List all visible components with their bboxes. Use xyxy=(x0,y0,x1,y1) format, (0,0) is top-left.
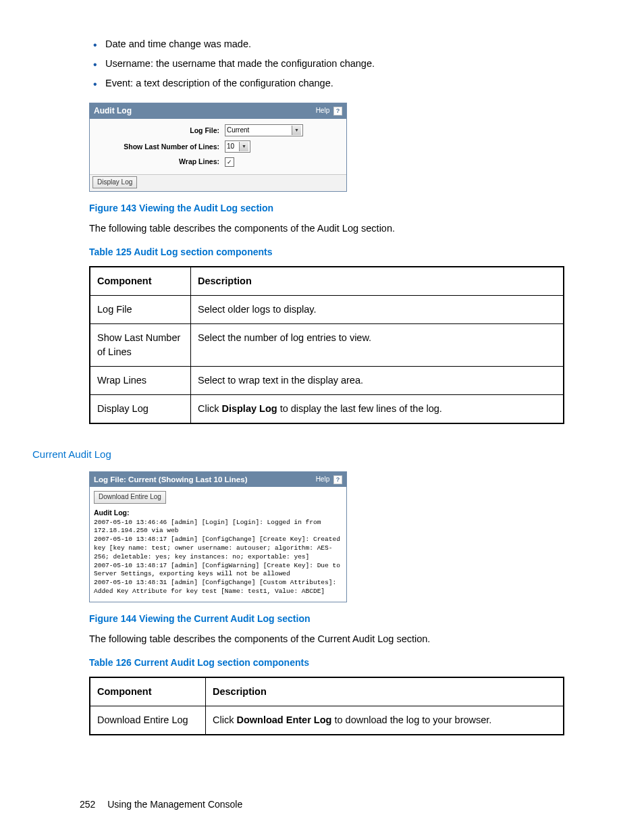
table-caption-126: Table 126 Current Audit Log section comp… xyxy=(89,656,564,669)
select-lines[interactable]: 10 ▼ xyxy=(225,140,250,153)
td-component: Show Last Number of Lines xyxy=(90,323,191,366)
log-label: Audit Log: xyxy=(94,509,129,517)
th-description: Description xyxy=(206,677,564,706)
td-description: Select older logs to display. xyxy=(191,295,564,323)
chapter-title: Using the Management Console xyxy=(107,799,242,810)
td-component: Display Log xyxy=(90,394,191,423)
table-row: Wrap Lines Select to wrap text in the di… xyxy=(90,366,564,394)
help-icon: ? xyxy=(333,107,342,115)
check-mark: ✓ xyxy=(227,158,232,167)
figure-caption-143: Figure 143 Viewing the Audit Log section xyxy=(89,201,564,215)
section-heading-current: Current Audit Log xyxy=(32,447,564,462)
help-text: Help xyxy=(316,475,330,483)
help-text: Help xyxy=(316,107,330,114)
log-file-panel: Log File: Current (Showing Last 10 Lines… xyxy=(89,471,347,602)
paragraph: The following table describes the compon… xyxy=(89,221,564,236)
td-description: Click Download Enter Log to download the… xyxy=(206,706,564,735)
text: Click xyxy=(213,714,236,725)
text: to download the log to your browser. xyxy=(331,714,491,725)
table-row: Show Last Number of Lines Select the num… xyxy=(90,323,564,366)
table-head-row: Component Description xyxy=(90,267,564,296)
download-log-button[interactable]: Download Entire Log xyxy=(94,491,166,504)
strong-text: Display Log xyxy=(221,403,277,414)
row-logfile: Log File: Current ▼ xyxy=(97,124,340,136)
td-component: Log File xyxy=(90,295,191,323)
table-row: Display Log Click Display Log to display… xyxy=(90,394,564,423)
chevron-down-icon: ▼ xyxy=(292,126,301,135)
td-component: Wrap Lines xyxy=(90,366,191,394)
table-caption-125: Table 125 Audit Log section components xyxy=(89,245,564,259)
checkbox-wrap[interactable]: ✓ xyxy=(225,157,234,167)
help-link[interactable]: Help ? xyxy=(316,475,342,485)
table-row: Log File Select older logs to display. xyxy=(90,295,564,323)
th-component: Component xyxy=(90,677,206,706)
row-wrap: Wrap Lines: ✓ xyxy=(97,157,340,167)
table-126: Component Description Download Entire Lo… xyxy=(89,677,564,735)
figure-caption-144: Figure 144 Viewing the Current Audit Log… xyxy=(89,612,564,625)
table-row: Download Entire Log Click Download Enter… xyxy=(90,706,564,735)
panel-footer: Display Log xyxy=(90,174,346,192)
chevron-down-icon: ▼ xyxy=(239,142,248,151)
page-footer: 252 Using the Management Console xyxy=(80,798,242,811)
select-value: 10 xyxy=(227,142,234,151)
bullet-list: Date and time change was made. Username:… xyxy=(89,37,564,90)
table-125: Component Description Log File Select ol… xyxy=(89,266,564,424)
label-wrap: Wrap Lines: xyxy=(97,157,225,167)
panel-title: Log File: Current (Showing Last 10 Lines… xyxy=(94,474,247,486)
table-head-row: Component Description xyxy=(90,677,564,706)
select-logfile[interactable]: Current ▼ xyxy=(225,124,303,136)
td-component: Download Entire Log xyxy=(90,706,206,735)
select-value: Current xyxy=(227,126,249,135)
log-text-area: Audit Log: 2007-05-10 13:46:46 [admin] [… xyxy=(94,508,342,596)
bullet-item: Date and time change was made. xyxy=(105,37,564,51)
td-description: Select the number of log entries to view… xyxy=(191,323,564,366)
log-content: 2007-05-10 13:46:46 [admin] [Login] [Log… xyxy=(94,519,344,596)
panel-title: Audit Log xyxy=(94,105,132,117)
log-body: Download Entire Log Audit Log: 2007-05-1… xyxy=(90,487,346,602)
panel-header: Audit Log Help ? xyxy=(90,103,346,119)
help-link[interactable]: Help ? xyxy=(316,106,342,116)
td-description: Select to wrap text in the display area. xyxy=(191,366,564,394)
audit-log-panel: Audit Log Help ? Log File: Current ▼ Sho… xyxy=(89,103,347,192)
text: Click xyxy=(198,403,221,414)
page-number: 252 xyxy=(80,799,95,810)
td-description: Click Display Log to display the last fe… xyxy=(191,394,564,423)
bullet-item: Event: a text description of the configu… xyxy=(105,76,564,90)
display-log-button[interactable]: Display Log xyxy=(92,176,137,189)
panel-header: Log File: Current (Showing Last 10 Lines… xyxy=(90,472,346,488)
th-component: Component xyxy=(90,267,191,296)
label-show-lines: Show Last Number of Lines: xyxy=(97,142,225,152)
paragraph: The following table describes the compon… xyxy=(89,632,564,646)
strong-text: Download Enter Log xyxy=(236,714,331,725)
th-description: Description xyxy=(191,267,564,296)
help-icon: ? xyxy=(333,475,342,484)
bullet-item: Username: the username that made the con… xyxy=(105,57,564,71)
text: to display the last few lines of the log… xyxy=(277,403,442,414)
label-logfile: Log File: xyxy=(97,126,225,136)
panel-body: Log File: Current ▼ Show Last Number of … xyxy=(90,119,346,174)
row-show-lines: Show Last Number of Lines: 10 ▼ xyxy=(97,140,340,153)
